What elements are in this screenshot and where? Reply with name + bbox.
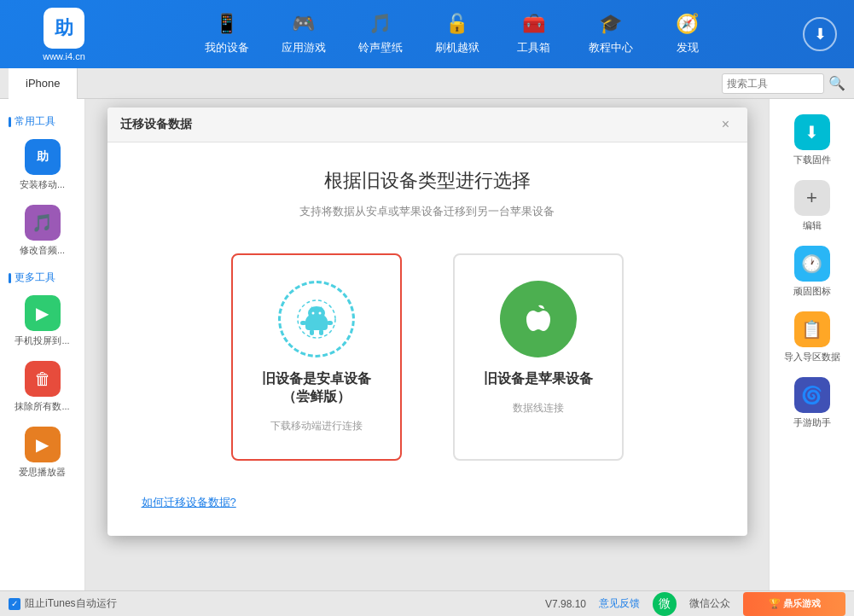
download-button[interactable]: ⬇ xyxy=(803,17,837,51)
svg-rect-2 xyxy=(305,320,328,330)
import-icon: 📋 xyxy=(794,311,830,347)
nav-device-label: 我的设备 xyxy=(205,40,249,55)
mirror-icon: ▶ xyxy=(25,295,61,331)
sidebar-item-player[interactable]: ▶ 爱思播放器 xyxy=(0,420,84,485)
edit-label: 编辑 xyxy=(803,219,822,232)
itunes-checkbox[interactable]: ✓ xyxy=(9,598,20,610)
right-item-edit[interactable]: + 编辑 xyxy=(770,173,854,239)
version-label: V7.98.10 xyxy=(545,598,586,610)
advert-label: 鼎乐游戏 xyxy=(783,597,821,610)
stubborn-label: 顽固图标 xyxy=(793,285,831,298)
android-icon xyxy=(278,281,355,357)
right-panel: ⬇ 下载固件 + 编辑 🕐 顽固图标 📋 导入导区数据 🌀 手游助手 xyxy=(769,99,854,590)
center-area: 迁移设备数据 × 根据旧设备类型进行选择 支持将数据从安卓或苹果设备迁移到另一台… xyxy=(85,99,769,590)
section-more-tools: 更多工具 xyxy=(0,264,84,288)
nav-discover-label: 发现 xyxy=(677,40,699,55)
nav-discover-icon: 🧭 xyxy=(676,13,699,35)
feedback-link[interactable]: 意见反馈 xyxy=(599,596,640,611)
advert-icon: 🏆 xyxy=(769,598,781,609)
edit-icon: + xyxy=(794,180,830,216)
modal-heading: 根据旧设备类型进行选择 xyxy=(142,168,713,194)
sidebar-item-audio[interactable]: 🎵 修改音频... xyxy=(0,198,84,264)
sidebar-item-wipe[interactable]: 🗑 抹除所有数... xyxy=(0,354,84,420)
nav-ringtones-label: 铃声壁纸 xyxy=(358,40,403,55)
nav-ringtones-icon: 🎵 xyxy=(369,13,392,35)
nav-jailbreak-icon: 🔓 xyxy=(445,13,468,35)
android-option[interactable]: 旧设备是安卓设备（尝鲜版） 下载移动端进行连接 xyxy=(231,253,402,461)
search-area: 🔍 xyxy=(722,73,845,94)
android-option-title: 旧设备是安卓设备（尝鲜版） xyxy=(250,370,383,406)
statusbar: ✓ 阻止iTunes自动运行 V7.98.10 意见反馈 微 微信公众 🏆 鼎乐… xyxy=(0,590,854,616)
logo-url: www.i4.cn xyxy=(43,51,85,61)
topbar-right: ⬇ xyxy=(794,17,845,51)
wechat-icon[interactable]: 微 xyxy=(653,592,677,616)
right-item-import[interactable]: 📋 导入导区数据 xyxy=(770,305,854,370)
nav-toolbox-icon: 🧰 xyxy=(522,13,545,35)
device-tab[interactable]: iPhone xyxy=(9,68,78,99)
nav-apps-icon: 🎮 xyxy=(292,13,315,35)
apple-option-title: 旧设备是苹果设备 xyxy=(484,370,593,388)
nav-toolbox[interactable]: 🧰 工具箱 xyxy=(496,0,572,68)
migration-modal: 迁移设备数据 × 根据旧设备类型进行选择 支持将数据从安卓或苹果设备迁移到另一台… xyxy=(107,108,747,536)
logo-area: 助 www.i4.cn xyxy=(9,8,119,61)
nav-tutorials[interactable]: 🎓 教程中心 xyxy=(572,0,649,68)
nav-toolbox-label: 工具箱 xyxy=(517,40,550,55)
app-logo: 助 xyxy=(44,8,84,49)
modal-header: 迁移设备数据 × xyxy=(107,108,747,142)
apple-option[interactable]: 旧设备是苹果设备 数据线连接 xyxy=(453,253,624,461)
nav-device-icon: 📱 xyxy=(215,13,238,35)
main-area: 常用工具 助 安装移动... 🎵 修改音频... 更多工具 ▶ 手机投屏到...… xyxy=(0,99,854,590)
nav-ringtones[interactable]: 🎵 铃声壁纸 xyxy=(342,0,419,68)
status-right: V7.98.10 意见反馈 微 微信公众 🏆 鼎乐游戏 xyxy=(545,592,845,616)
search-icon[interactable]: 🔍 xyxy=(828,75,845,91)
device-name: iPhone xyxy=(26,77,60,90)
svg-point-3 xyxy=(308,306,325,320)
game-assistant-icon: 🌀 xyxy=(794,377,830,413)
apple-option-subtitle: 数据线连接 xyxy=(513,401,564,416)
import-label: 导入导区数据 xyxy=(784,351,840,363)
svg-rect-8 xyxy=(310,329,314,335)
nav-jailbreak[interactable]: 🔓 刷机越狱 xyxy=(419,0,496,68)
nav-jailbreak-label: 刷机越狱 xyxy=(435,40,479,55)
install-label: 安装移动... xyxy=(20,178,65,191)
wipe-icon: 🗑 xyxy=(25,361,61,397)
advert-banner[interactable]: 🏆 鼎乐游戏 xyxy=(743,592,845,616)
audio-label: 修改音频... xyxy=(20,244,65,257)
left-sidebar: 常用工具 助 安装移动... 🎵 修改音频... 更多工具 ▶ 手机投屏到...… xyxy=(0,99,85,590)
firmware-label: 下载固件 xyxy=(793,154,831,166)
svg-rect-9 xyxy=(319,329,323,335)
nav-tutorials-icon: 🎓 xyxy=(599,13,622,35)
nav-apps-games[interactable]: 🎮 应用游戏 xyxy=(265,0,342,68)
wipe-label: 抹除所有数... xyxy=(15,400,69,413)
audio-icon: 🎵 xyxy=(25,205,61,241)
sidebar-item-mirror[interactable]: ▶ 手机投屏到... xyxy=(0,288,84,354)
device-bar: iPhone 🔍 xyxy=(0,68,854,99)
svg-point-4 xyxy=(311,312,314,315)
nav-my-device[interactable]: 📱 我的设备 xyxy=(189,0,265,68)
migration-help-link[interactable]: 如何迁移设备数据? xyxy=(142,495,236,510)
svg-point-5 xyxy=(318,312,321,315)
nav-apps-label: 应用游戏 xyxy=(282,40,326,55)
firmware-icon: ⬇ xyxy=(794,114,830,150)
itunes-label: 阻止iTunes自动运行 xyxy=(25,596,117,611)
modal-subheading: 支持将数据从安卓或苹果设备迁移到另一台苹果设备 xyxy=(142,204,713,219)
player-label: 爱思播放器 xyxy=(19,466,66,479)
search-input[interactable] xyxy=(722,73,824,94)
nav-discover[interactable]: 🧭 发现 xyxy=(649,0,726,68)
modal-overlay: 迁移设备数据 × 根据旧设备类型进行选择 支持将数据从安卓或苹果设备迁移到另一台… xyxy=(85,99,769,590)
modal-body: 根据旧设备类型进行选择 支持将数据从安卓或苹果设备迁移到另一台苹果设备 xyxy=(107,142,747,536)
topbar: 助 www.i4.cn 📱 我的设备 🎮 应用游戏 🎵 铃声壁纸 🔓 刷机越狱 … xyxy=(0,0,854,68)
right-item-stubborn-icon[interactable]: 🕐 顽固图标 xyxy=(770,239,854,305)
install-icon: 助 xyxy=(25,139,61,175)
right-item-firmware[interactable]: ⬇ 下载固件 xyxy=(770,108,854,173)
right-item-game-assistant[interactable]: 🌀 手游助手 xyxy=(770,370,854,436)
modal-close-button[interactable]: × xyxy=(717,116,735,133)
mirror-label: 手机投屏到... xyxy=(15,334,69,347)
wechat-label: 微信公众 xyxy=(689,596,730,611)
sidebar-item-install[interactable]: 助 安装移动... xyxy=(0,132,84,198)
nav-tutorials-label: 教程中心 xyxy=(589,40,633,55)
game-assistant-label: 手游助手 xyxy=(793,416,831,429)
android-option-subtitle: 下载移动端进行连接 xyxy=(270,419,363,433)
section-common-tools: 常用工具 xyxy=(0,108,84,132)
player-icon: ▶ xyxy=(25,427,61,462)
